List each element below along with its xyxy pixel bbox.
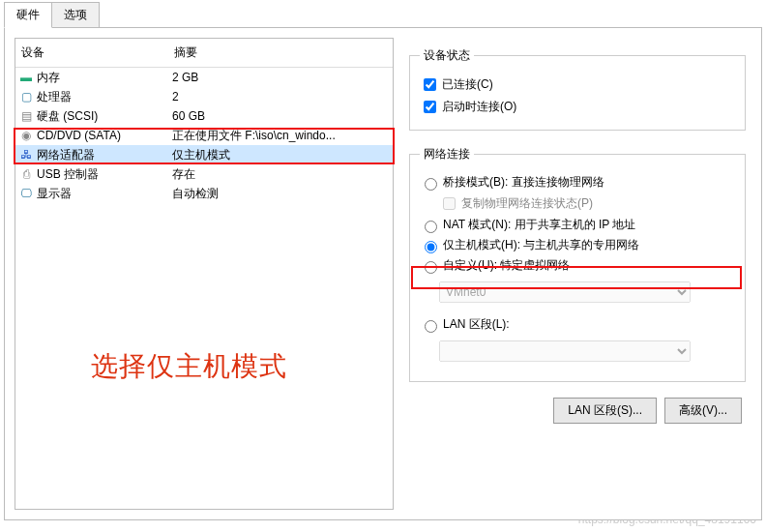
device-name: 硬盘 (SCSI) [37, 107, 172, 125]
device-list: ▬内存2 GB▢处理器2▤硬盘 (SCSI)60 GB◉CD/DVD (SATA… [15, 68, 393, 203]
device-row[interactable]: 🖵显示器自动检测 [15, 184, 393, 203]
checkbox-replicate-state: 复制物理网络连接状态(P) [439, 194, 735, 213]
device-config-pane: 设备状态 已连接(C) 启动时连接(O) 网络连接 桥接模式(B): 直接连接物… [394, 38, 751, 510]
device-status-legend: 设备状态 [420, 47, 474, 64]
checkbox-connect-at-start-label: 启动时连接(O) [442, 99, 516, 115]
device-summary: 正在使用文件 F:\iso\cn_windo... [172, 127, 391, 144]
device-summary: 仅主机模式 [172, 146, 391, 163]
tab-bar: 硬件 选项 [0, 0, 766, 28]
col-header-summary[interactable]: 摘要 [174, 44, 389, 61]
device-name: USB 控制器 [37, 165, 172, 183]
device-summary: 存在 [172, 165, 391, 183]
radio-custom-input[interactable] [425, 261, 437, 274]
tab-options[interactable]: 选项 [51, 2, 100, 28]
checkbox-connected[interactable]: 已连接(C) [420, 75, 735, 94]
combo-lan-segment [439, 340, 691, 362]
device-list-header: 设备 摘要 [15, 39, 393, 68]
radio-custom[interactable]: 自定义(U): 特定虚拟网络 [420, 257, 735, 274]
radio-host-only-input[interactable] [425, 241, 437, 253]
device-summary: 2 [172, 88, 391, 105]
device-status-group: 设备状态 已连接(C) 启动时连接(O) [409, 47, 746, 131]
settings-panel: 设备 摘要 ▬内存2 GB▢处理器2▤硬盘 (SCSI)60 GB◉CD/DVD… [4, 27, 762, 520]
device-row[interactable]: ◉CD/DVD (SATA)正在使用文件 F:\iso\cn_windo... [15, 126, 393, 145]
tab-hardware[interactable]: 硬件 [4, 2, 52, 28]
memory-icon: ▬ [17, 70, 35, 85]
monitor-icon: 🖵 [17, 186, 35, 201]
checkbox-connect-at-start[interactable]: 启动时连接(O) [420, 98, 735, 116]
radio-host-only[interactable]: 仅主机模式(H): 与主机共享的专用网络 [420, 237, 735, 253]
network-icon: 🖧 [17, 147, 35, 163]
radio-bridged-input[interactable] [425, 178, 437, 191]
radio-bridged-label: 桥接模式(B): 直接连接物理网络 [443, 174, 604, 191]
usb-icon: ⎙ [17, 166, 35, 182]
radio-host-only-label: 仅主机模式(H): 与主机共享的专用网络 [443, 237, 639, 253]
button-row: LAN 区段(S)... 高级(V)... [407, 398, 748, 424]
col-header-device[interactable]: 设备 [17, 44, 174, 61]
device-summary: 60 GB [172, 107, 391, 125]
combo-vmnet: VMnet0 [439, 281, 691, 303]
cpu-icon: ▢ [17, 89, 35, 104]
device-list-pane: 设备 摘要 ▬内存2 GB▢处理器2▤硬盘 (SCSI)60 GB◉CD/DVD… [15, 38, 394, 510]
device-name: 网络适配器 [37, 146, 172, 163]
radio-lan-segment[interactable]: LAN 区段(L): [420, 316, 735, 333]
radio-bridged[interactable]: 桥接模式(B): 直接连接物理网络 [420, 174, 735, 191]
device-row[interactable]: ▢处理器2 [15, 87, 393, 106]
radio-nat[interactable]: NAT 模式(N): 用于共享主机的 IP 地址 [420, 217, 735, 233]
device-name: 显示器 [37, 185, 172, 202]
button-advanced[interactable]: 高级(V)... [664, 398, 742, 424]
checkbox-connect-at-start-input[interactable] [424, 101, 436, 113]
cd-icon: ◉ [17, 128, 35, 143]
radio-custom-label: 自定义(U): 特定虚拟网络 [443, 257, 570, 274]
device-row[interactable]: ⎙USB 控制器存在 [15, 164, 393, 184]
network-connection-group: 网络连接 桥接模式(B): 直接连接物理网络 复制物理网络连接状态(P) NAT… [409, 146, 746, 382]
device-summary: 自动检测 [172, 185, 391, 202]
device-row[interactable]: ▬内存2 GB [15, 68, 393, 87]
device-name: CD/DVD (SATA) [37, 127, 172, 144]
checkbox-replicate-state-input [443, 197, 456, 210]
disk-icon: ▤ [17, 108, 35, 124]
radio-nat-label: NAT 模式(N): 用于共享主机的 IP 地址 [443, 217, 635, 233]
checkbox-replicate-state-label: 复制物理网络连接状态(P) [461, 195, 593, 212]
device-row[interactable]: ▤硬盘 (SCSI)60 GB [15, 106, 393, 126]
network-connection-legend: 网络连接 [420, 146, 474, 163]
radio-lan-segment-input[interactable] [425, 320, 437, 333]
checkbox-connected-input[interactable] [424, 78, 436, 91]
radio-nat-input[interactable] [425, 221, 437, 233]
device-row[interactable]: 🖧网络适配器仅主机模式 [15, 145, 393, 164]
device-name: 处理器 [37, 88, 172, 105]
button-lan-segments[interactable]: LAN 区段(S)... [553, 398, 657, 424]
checkbox-connected-label: 已连接(C) [442, 76, 493, 93]
annotation-text: 选择仅主机模式 [91, 348, 287, 385]
device-name: 内存 [37, 69, 172, 86]
device-summary: 2 GB [172, 69, 391, 86]
radio-lan-segment-label: LAN 区段(L): [443, 316, 510, 333]
